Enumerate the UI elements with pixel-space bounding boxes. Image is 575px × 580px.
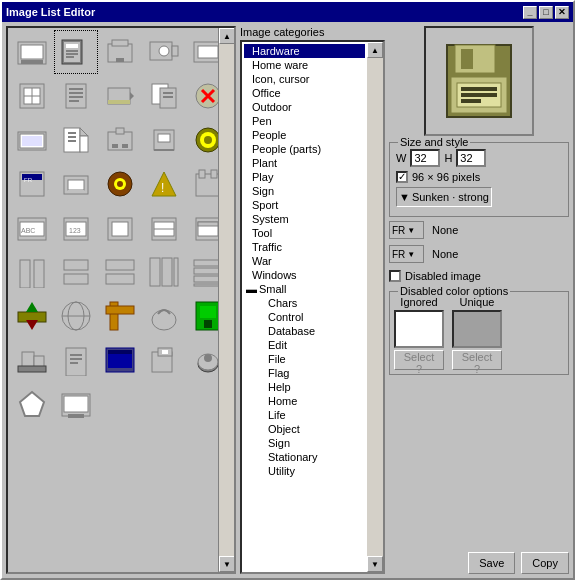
icon-cell[interactable] [98, 74, 142, 118]
fr-dropdown-2[interactable]: FR ▼ [389, 245, 424, 263]
icon-cell[interactable] [98, 250, 142, 294]
width-input[interactable] [410, 149, 440, 167]
scroll-up-button[interactable]: ▲ [219, 28, 235, 44]
icon-cell[interactable] [142, 206, 186, 250]
pixels-label: 96 × 96 pixels [412, 171, 480, 183]
tree-item-edit[interactable]: Edit [260, 338, 365, 352]
maximize-button[interactable]: □ [539, 6, 553, 19]
icon-cell[interactable] [10, 338, 54, 382]
tree-item-windows[interactable]: Windows [244, 268, 365, 282]
tree-item-utility[interactable]: Utility [260, 464, 365, 478]
icon-cell[interactable] [98, 338, 142, 382]
icon-scroll-area[interactable]: FR ! ABC [8, 28, 218, 572]
icon-cell[interactable] [54, 162, 98, 206]
tree-item-people[interactable]: People [244, 128, 365, 142]
icon-cell[interactable] [54, 30, 98, 74]
svg-rect-82 [64, 260, 88, 270]
icon-cell[interactable] [186, 118, 218, 162]
tree-item-iconcursor[interactable]: Icon, cursor [244, 72, 365, 86]
icon-cell[interactable] [142, 250, 186, 294]
icon-cell[interactable] [186, 162, 218, 206]
tree-item-office[interactable]: Office [244, 86, 365, 100]
icon-cell[interactable]: ABC [10, 206, 54, 250]
icon-cell[interactable] [142, 338, 186, 382]
tree-scroll-up[interactable]: ▲ [367, 42, 383, 58]
icon-cell[interactable] [98, 162, 142, 206]
style-dropdown[interactable]: ▼ Sunken · strong [396, 187, 492, 207]
icon-cell[interactable] [186, 294, 218, 338]
unique-select-button[interactable]: Select ? [452, 350, 502, 370]
pixels-checkbox[interactable]: ✓ [396, 171, 408, 183]
tree-scrollbar-track[interactable] [367, 58, 383, 556]
icon-cell[interactable] [142, 294, 186, 338]
icon-cell[interactable] [10, 74, 54, 118]
tree-item-database[interactable]: Database [260, 324, 365, 338]
tree-item-home[interactable]: Home [260, 394, 365, 408]
tree-item-control[interactable]: Control [260, 310, 365, 324]
icon-cell[interactable] [54, 118, 98, 162]
tree-item-peopleparts[interactable]: People (parts) [244, 142, 365, 156]
tree-item-system[interactable]: System [244, 212, 365, 226]
icon-cell[interactable] [98, 294, 142, 338]
tree-item-chars[interactable]: Chars [260, 296, 365, 310]
icon-cell[interactable] [10, 118, 54, 162]
icon-cell[interactable] [10, 382, 54, 426]
icon-cell[interactable] [142, 30, 186, 74]
icon-cell[interactable] [10, 250, 54, 294]
tree-content[interactable]: Hardware Home ware Icon, cursor Office O… [242, 42, 367, 572]
icon-cell[interactable] [186, 74, 218, 118]
icon-cell[interactable] [54, 382, 98, 426]
icon-cell[interactable]: FR [10, 162, 54, 206]
icon-cell[interactable] [10, 294, 54, 338]
tree-item-life[interactable]: Life [260, 408, 365, 422]
icon-cell[interactable]: ! [142, 162, 186, 206]
tree-scroll-down[interactable]: ▼ [367, 556, 383, 572]
tree-item-tool[interactable]: Tool [244, 226, 365, 240]
icon-cell[interactable] [54, 250, 98, 294]
scroll-down-button[interactable]: ▼ [219, 556, 235, 572]
icon-cell[interactable] [54, 294, 98, 338]
copy-button[interactable]: Copy [521, 552, 569, 574]
tree-group-small-label[interactable]: ▬ Small [244, 282, 365, 296]
icon-grid-scrollbar[interactable]: ▲ ▼ [218, 28, 234, 572]
icon-cell[interactable] [98, 118, 142, 162]
icon-cell[interactable]: 123 [54, 206, 98, 250]
tree-item-homeware[interactable]: Home ware [244, 58, 365, 72]
tree-item-play[interactable]: Play [244, 170, 365, 184]
icon-cell[interactable] [142, 74, 186, 118]
tree-item-object[interactable]: Object [260, 422, 365, 436]
tree-item-sign-small[interactable]: Sign [260, 436, 365, 450]
icon-cell[interactable] [98, 30, 142, 74]
tree-item-hardware[interactable]: Hardware [244, 44, 365, 58]
tree-item-file[interactable]: File [260, 352, 365, 366]
tree-item-pen[interactable]: Pen [244, 114, 365, 128]
height-input[interactable] [456, 149, 486, 167]
icon-cell[interactable] [54, 74, 98, 118]
tree-item-traffic[interactable]: Traffic [244, 240, 365, 254]
disabled-image-label: Disabled image [405, 270, 481, 282]
icon-cell[interactable] [186, 338, 218, 382]
save-button[interactable]: Save [468, 552, 515, 574]
icon-cell[interactable] [186, 206, 218, 250]
icon-cell[interactable] [186, 250, 218, 294]
tree-scrollbar[interactable]: ▲ ▼ [367, 42, 383, 572]
icon-cell[interactable] [142, 118, 186, 162]
tree-item-stationary[interactable]: Stationary [260, 450, 365, 464]
tree-item-war[interactable]: War [244, 254, 365, 268]
scrollbar-track[interactable] [219, 44, 234, 556]
ignored-select-button[interactable]: Select ? [394, 350, 444, 370]
tree-item-flag[interactable]: Flag [260, 366, 365, 380]
fr-dropdown-1[interactable]: FR ▼ [389, 221, 424, 239]
icon-cell[interactable] [98, 206, 142, 250]
close-button[interactable]: ✕ [555, 6, 569, 19]
tree-item-sign[interactable]: Sign [244, 184, 365, 198]
icon-cell[interactable] [54, 338, 98, 382]
tree-item-sport[interactable]: Sport [244, 198, 365, 212]
icon-cell[interactable] [186, 30, 218, 74]
tree-item-help[interactable]: Help [260, 380, 365, 394]
tree-item-plant[interactable]: Plant [244, 156, 365, 170]
tree-item-outdoor[interactable]: Outdoor [244, 100, 365, 114]
icon-cell[interactable] [10, 30, 54, 74]
disabled-image-checkbox[interactable] [389, 270, 401, 282]
minimize-button[interactable]: _ [523, 6, 537, 19]
